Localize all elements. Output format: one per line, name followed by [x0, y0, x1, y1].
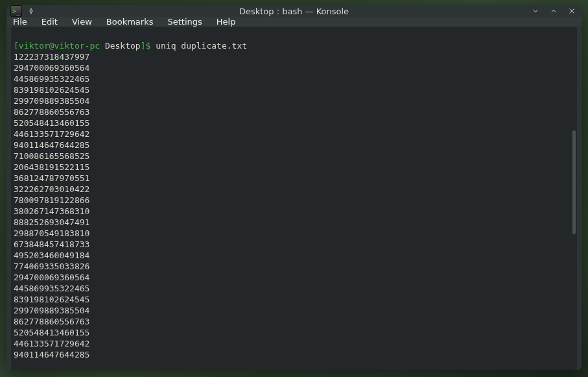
menu-edit[interactable]: Edit: [41, 17, 58, 27]
menubar: File Edit View Bookmarks Settings Help: [6, 17, 582, 27]
output-line: 940114647644285: [14, 140, 572, 151]
menu-settings[interactable]: Settings: [167, 17, 202, 27]
output-line: 122237318437997: [14, 51, 572, 62]
titlebar[interactable]: >_ Desktop : bash — Konsole: [6, 5, 582, 17]
minimize-button[interactable]: [530, 5, 541, 17]
prompt-line: [viktor@viktor-pc Desktop]$ uniq duplica…: [14, 41, 247, 51]
terminal-output: 1222373184379972947000693605644458699353…: [14, 51, 572, 360]
menu-help[interactable]: Help: [217, 17, 236, 27]
menu-file[interactable]: File: [13, 17, 27, 27]
output-line: 294700069360564: [14, 62, 572, 73]
output-line: 299709889385504: [14, 95, 572, 106]
output-line: 380267147368310: [14, 206, 572, 217]
maximize-button[interactable]: [548, 5, 559, 17]
window-title: Desktop : bash — Konsole: [6, 6, 582, 16]
prompt-close-bracket: ]: [141, 41, 146, 51]
close-button[interactable]: [566, 5, 578, 17]
output-line: 298870549183810: [14, 228, 572, 239]
output-line: 774069335033826: [14, 261, 572, 272]
terminal-container: [viktor@viktor-pc Desktop]$ uniq duplica…: [6, 27, 582, 370]
output-line: 446133571729642: [14, 338, 572, 349]
prompt-command: uniq duplicate.txt: [150, 41, 247, 51]
output-line: 839198102624545: [14, 294, 572, 305]
output-line: 446133571729642: [14, 128, 572, 140]
prompt-open-bracket: [: [14, 41, 19, 51]
output-line: 445869935322465: [14, 73, 572, 84]
output-line: 322262703010422: [14, 184, 572, 195]
titlebar-left-icons: >_: [10, 5, 36, 17]
terminal[interactable]: [viktor@viktor-pc Desktop]$ uniq duplica…: [11, 27, 577, 370]
scrollbar-thumb[interactable]: [572, 130, 576, 234]
konsole-window: >_ Desktop : bash — Konsole File Edit Vi…: [6, 5, 582, 370]
menu-view[interactable]: View: [72, 17, 92, 27]
output-line: 299709889385504: [14, 305, 572, 316]
pin-icon[interactable]: [26, 6, 36, 16]
prompt-cwd: Desktop: [100, 41, 141, 51]
output-line: 710086165568525: [14, 151, 572, 162]
output-line: 520548413460155: [14, 327, 572, 338]
output-line: 839198102624545: [14, 84, 572, 95]
terminal-app-icon[interactable]: >_: [10, 5, 22, 17]
output-line: 368124787970551: [14, 173, 572, 184]
output-line: 445869935322465: [14, 283, 572, 294]
output-line: 780097819122866: [14, 195, 572, 206]
output-line: 862778860556763: [14, 316, 572, 327]
prompt-userhost: viktor@viktor-pc: [19, 41, 100, 51]
output-line: 888252693047491: [14, 217, 572, 228]
output-line: 206438191522115: [14, 162, 572, 173]
output-line: 294700069360564: [14, 272, 572, 283]
output-line: 940114647644285: [14, 349, 572, 360]
menu-bookmarks[interactable]: Bookmarks: [106, 17, 154, 27]
output-line: 520548413460155: [14, 117, 572, 128]
window-controls: [530, 5, 578, 17]
output-line: 495203460049184: [14, 250, 572, 261]
output-line: 862778860556763: [14, 106, 572, 117]
output-line: 673848457418733: [14, 239, 572, 250]
